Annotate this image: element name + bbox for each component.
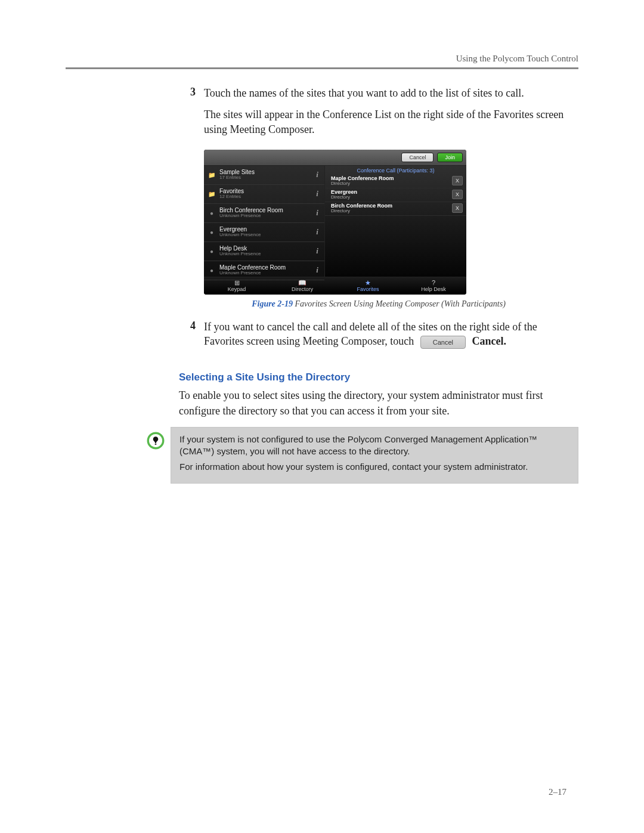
note-p2: For information about how your system is… bbox=[179, 461, 569, 473]
item-sub: 17 Entries bbox=[219, 175, 314, 180]
list-item-text: Sample Sites 17 Entries bbox=[219, 169, 314, 180]
bottom-tabs: ⊞ Keypad 📖 Directory ★ Favorites ? Help … bbox=[204, 277, 466, 295]
tab-label: Keypad bbox=[228, 286, 246, 292]
note-box: If your system is not configured to use … bbox=[171, 427, 578, 484]
page-number: 2–17 bbox=[549, 787, 566, 797]
conference-list: Conference Call (Participants: 3) Maple … bbox=[325, 166, 466, 277]
item-sub: 12 Entries bbox=[219, 194, 314, 199]
svg-rect-1 bbox=[155, 444, 157, 445]
running-head: Using the Polycom Touch Control bbox=[66, 54, 578, 64]
info-icon[interactable]: i bbox=[314, 170, 321, 179]
favorites-list: 📁 Sample Sites 17 Entries i 📁 Favorites bbox=[204, 166, 325, 277]
info-icon[interactable]: i bbox=[314, 189, 321, 199]
remove-button[interactable]: X bbox=[452, 203, 463, 213]
participant-text: Maple Conference Room Directory bbox=[331, 176, 452, 186]
tab-label: Directory bbox=[292, 286, 313, 292]
figure-number: Figure 2-19 bbox=[252, 299, 293, 308]
question-icon: ? bbox=[401, 280, 466, 286]
tab-helpdesk[interactable]: ? Help Desk bbox=[401, 277, 466, 295]
star-icon: ★ bbox=[335, 280, 401, 286]
presence-dot-icon: ● bbox=[208, 248, 216, 255]
list-item-text: Favorites 12 Entries bbox=[219, 188, 314, 199]
list-item-text: Maple Conference Room Unknown Presence bbox=[219, 265, 314, 275]
item-sub: Unknown Presence bbox=[219, 233, 314, 237]
top-bar: Cancel Join bbox=[204, 150, 466, 166]
keypad-icon: ⊞ bbox=[204, 280, 270, 286]
figure-caption-text: Favorites Screen Using Meeting Composer … bbox=[293, 299, 506, 308]
tab-label: Help Desk bbox=[421, 286, 446, 292]
step-body: Touch the names of the sites that you wa… bbox=[204, 86, 578, 144]
section-intro: To enable you to select sites using the … bbox=[179, 388, 578, 418]
cancel-button[interactable]: Cancel bbox=[401, 153, 434, 162]
remove-button[interactable]: X bbox=[452, 176, 463, 185]
item-sub: Unknown Presence bbox=[219, 252, 314, 256]
touch-body: 📁 Sample Sites 17 Entries i 📁 Favorites bbox=[204, 166, 466, 277]
info-icon[interactable]: i bbox=[314, 208, 321, 218]
step-body: If you want to cancel the call and delet… bbox=[204, 320, 578, 357]
tab-keypad[interactable]: ⊞ Keypad bbox=[204, 277, 270, 295]
folder-icon: 📁 bbox=[208, 191, 216, 197]
section-heading: Selecting a Site Using the Directory bbox=[179, 371, 578, 383]
tab-directory[interactable]: 📖 Directory bbox=[270, 277, 335, 295]
list-item[interactable]: ● Help Desk Unknown Presence i bbox=[204, 242, 324, 261]
presence-dot-icon: ● bbox=[208, 267, 216, 274]
participant-sub: Directory bbox=[331, 181, 452, 186]
item-sub: Unknown Presence bbox=[219, 213, 314, 218]
step4-text-b: Cancel. bbox=[472, 335, 506, 347]
step-number: 3 bbox=[179, 86, 204, 98]
tab-favorites[interactable]: ★ Favorites bbox=[335, 277, 401, 295]
tab-label: Favorites bbox=[357, 286, 379, 292]
list-item[interactable]: 📁 Favorites 12 Entries i bbox=[204, 185, 324, 204]
list-item[interactable]: 📁 Sample Sites 17 Entries i bbox=[204, 166, 324, 185]
participant-row: Maple Conference Room Directory X bbox=[325, 175, 466, 188]
participant-sub: Directory bbox=[331, 195, 452, 200]
list-item-text: Evergreen Unknown Presence bbox=[219, 227, 314, 237]
figure-caption: Figure 2-19 Favorites Screen Using Meeti… bbox=[179, 299, 578, 309]
step-4: 4 If you want to cancel the call and del… bbox=[179, 320, 578, 357]
info-icon[interactable]: i bbox=[314, 246, 321, 256]
participant-row: Birch Conference Room Directory X bbox=[325, 202, 466, 216]
document-page: Using the Polycom Touch Control 3 Touch … bbox=[0, 0, 644, 833]
cancel-inline-button[interactable]: Cancel bbox=[420, 336, 466, 349]
info-icon[interactable]: i bbox=[314, 227, 321, 237]
list-item-text: Birch Conference Room Unknown Presence bbox=[219, 208, 314, 218]
touch-ui-screenshot: Cancel Join 📁 Sample Sites 17 Entries i bbox=[204, 150, 466, 295]
info-icon[interactable]: i bbox=[314, 265, 321, 275]
header-rule bbox=[66, 67, 578, 69]
step3-p2: The sites will appear in the Conference … bbox=[204, 107, 578, 137]
join-button[interactable]: Join bbox=[437, 153, 463, 162]
directory-icon: 📖 bbox=[270, 280, 335, 286]
figure-2-19: Cancel Join 📁 Sample Sites 17 Entries i bbox=[204, 150, 578, 295]
note-icon bbox=[141, 427, 171, 453]
step3-p1: Touch the names of the sites that you wa… bbox=[204, 86, 578, 100]
participant-text: Evergreen Directory bbox=[331, 190, 452, 200]
note-p1: If your system is not configured to use … bbox=[179, 433, 569, 458]
step4-text: If you want to cancel the call and delet… bbox=[204, 320, 578, 349]
list-item-text: Help Desk Unknown Presence bbox=[219, 246, 314, 256]
list-item[interactable]: ● Birch Conference Room Unknown Presence… bbox=[204, 204, 324, 223]
conference-header: Conference Call (Participants: 3) bbox=[325, 166, 466, 175]
participant-sub: Directory bbox=[331, 209, 452, 213]
note-block: If your system is not configured to use … bbox=[141, 427, 578, 484]
participant-text: Birch Conference Room Directory bbox=[331, 203, 452, 213]
folder-icon: 📁 bbox=[208, 172, 216, 178]
participant-row: Evergreen Directory X bbox=[325, 188, 466, 202]
presence-dot-icon: ● bbox=[208, 210, 216, 216]
item-sub: Unknown Presence bbox=[219, 271, 314, 275]
step-3: 3 Touch the names of the sites that you … bbox=[179, 86, 578, 144]
step-number: 4 bbox=[179, 320, 204, 332]
list-item[interactable]: ● Evergreen Unknown Presence i bbox=[204, 223, 324, 242]
presence-dot-icon: ● bbox=[208, 229, 216, 236]
remove-button[interactable]: X bbox=[452, 190, 463, 199]
content-column: 3 Touch the names of the sites that you … bbox=[179, 86, 578, 484]
